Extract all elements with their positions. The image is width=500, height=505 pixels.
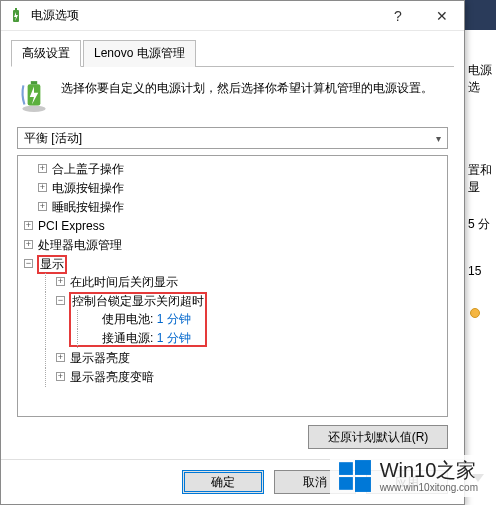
background-status-dot-icon	[470, 308, 480, 318]
watermark: Win10之家 www.win10xitong.com	[330, 455, 486, 498]
svg-rect-8	[355, 477, 371, 492]
svg-rect-1	[15, 8, 17, 10]
power-options-dialog: 电源选项 ? ✕ 高级设置 Lenovo 电源管理 选择你要自定义的电源计划，然…	[0, 0, 465, 505]
tree-item-sleep-button[interactable]: 睡眠按钮操作	[52, 200, 124, 214]
background-value-2: 15	[464, 260, 500, 282]
help-icon: ?	[394, 8, 402, 24]
tree-item-console-lock-timeout[interactable]: 控制台锁定显示关闭超时	[72, 294, 204, 308]
background-window: 电源选 置和显 5 分 15	[460, 0, 500, 505]
tree-item-lid-action[interactable]: 合上盖子操作	[52, 162, 124, 176]
background-value-1: 5 分	[464, 212, 500, 237]
tree-item-power-button[interactable]: 电源按钮操作	[52, 181, 124, 195]
expand-toggle[interactable]: +	[38, 202, 47, 211]
expand-toggle[interactable]: +	[38, 164, 47, 173]
watermark-url: www.win10xitong.com	[380, 482, 478, 494]
chevron-down-icon: ▾	[436, 133, 441, 144]
tree-item-cpu-power[interactable]: 处理器电源管理	[38, 238, 122, 252]
window-title: 电源选项	[31, 7, 376, 24]
on-battery-value[interactable]: 1 分钟	[157, 312, 191, 326]
tree-item-display-off-after[interactable]: 在此时间后关闭显示	[70, 275, 178, 289]
windows-logo-icon	[338, 459, 372, 493]
plugged-in-value[interactable]: 1 分钟	[157, 331, 191, 345]
expand-toggle[interactable]: +	[56, 372, 65, 381]
tree-item-display-dim[interactable]: 显示器亮度变暗	[70, 370, 154, 384]
tree-item-pci-express[interactable]: PCI Express	[38, 219, 105, 233]
close-button[interactable]: ✕	[420, 1, 464, 31]
intro-text: 选择你要自定义的电源计划，然后选择你希望计算机管理的电源设置。	[61, 79, 433, 113]
expand-toggle[interactable]: +	[56, 277, 65, 286]
settings-tree[interactable]: + 合上盖子操作 + 电源按钮操作 + 睡眠按钮操作 + PCI Express	[17, 155, 448, 417]
help-button[interactable]: ?	[376, 1, 420, 31]
tree-item-display-brightness[interactable]: 显示器亮度	[70, 351, 130, 365]
background-section-label: 电源选	[464, 58, 500, 100]
collapse-toggle[interactable]: −	[56, 296, 65, 305]
battery-large-icon	[17, 79, 51, 113]
watermark-title: Win10之家	[380, 459, 478, 482]
expand-toggle[interactable]: +	[24, 240, 33, 249]
tree-item-plugged-in[interactable]: 接通电源: 1 分钟	[88, 329, 445, 348]
svg-rect-6	[355, 460, 371, 475]
svg-point-2	[22, 106, 45, 112]
restore-defaults-button[interactable]: 还原计划默认值(R)	[308, 425, 448, 449]
background-titlebar	[460, 0, 496, 30]
plugged-in-label: 接通电源:	[102, 331, 153, 345]
power-plan-dropdown[interactable]: 平衡 [活动] ▾	[17, 127, 448, 149]
svg-rect-7	[339, 477, 353, 490]
tab-lenovo-power[interactable]: Lenovo 电源管理	[83, 40, 196, 67]
collapse-toggle[interactable]: −	[24, 259, 33, 268]
power-plan-selected: 平衡 [活动]	[24, 130, 82, 147]
tab-bar: 高级设置 Lenovo 电源管理	[11, 39, 454, 67]
background-section-label-2: 置和显	[464, 158, 500, 200]
svg-rect-5	[339, 462, 353, 475]
titlebar: 电源选项 ? ✕	[1, 1, 464, 31]
on-battery-label: 使用电池:	[102, 312, 153, 326]
intro-row: 选择你要自定义的电源计划，然后选择你希望计算机管理的电源设置。	[17, 79, 448, 113]
svg-rect-4	[31, 81, 37, 84]
close-icon: ✕	[436, 8, 448, 24]
expand-toggle[interactable]: +	[56, 353, 65, 362]
battery-app-icon	[9, 8, 25, 24]
expand-toggle[interactable]: +	[24, 221, 33, 230]
ok-button[interactable]: 确定	[182, 470, 264, 494]
tree-item-display[interactable]: 显示	[38, 256, 66, 273]
tab-advanced-settings[interactable]: 高级设置	[11, 40, 81, 67]
expand-toggle[interactable]: +	[38, 183, 47, 192]
tree-item-on-battery[interactable]: 使用电池: 1 分钟	[88, 310, 445, 329]
